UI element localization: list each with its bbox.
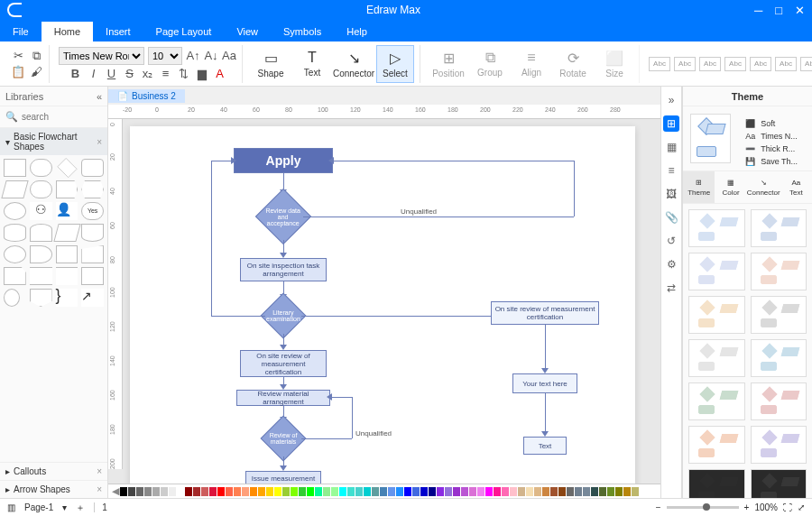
expand-icon[interactable]: » [663,92,679,108]
color-swatch[interactable] [136,487,143,496]
theme-thumb[interactable] [688,382,745,420]
subtab-text[interactable]: AaText [780,171,812,203]
color-swatch[interactable] [607,487,614,496]
color-swatch[interactable] [445,487,452,496]
color-swatch[interactable] [380,487,387,496]
node-review-material[interactable]: Review material arrangement [236,390,330,406]
color-swatch[interactable] [128,487,135,496]
node-onsite-task[interactable]: On site inspection task arrangement [240,258,327,281]
category-callouts[interactable]: ▸ Callouts× [0,462,107,480]
cut-icon[interactable]: ✂ [11,49,25,63]
color-swatch[interactable] [258,487,265,496]
color-swatch[interactable] [185,487,192,496]
fit-page-icon[interactable]: ⛶ [783,502,792,512]
canvas[interactable]: 020406080100120140160180200 Apply Review… [108,119,660,484]
color-swatch[interactable] [364,487,371,496]
shape-parallelogram[interactable] [1,180,28,198]
shape-rect[interactable] [4,159,26,177]
shape-cylinder[interactable] [4,224,26,242]
shrink-font-icon[interactable]: A↓ [204,49,218,63]
page[interactable]: Apply Review data and acceptance On site… [130,126,635,484]
shape-card2[interactable] [4,267,26,285]
color-swatch[interactable] [485,487,493,496]
layers-icon[interactable]: ≡ [663,162,679,179]
theme-opt-soft[interactable]: ⬛Soft [742,117,801,130]
color-swatch[interactable] [550,487,558,496]
style-chip[interactable]: Abc [699,57,721,71]
style-chip[interactable]: Abc [775,57,797,71]
page-dropdown-icon[interactable]: ▾ [62,502,67,512]
color-swatch[interactable] [226,487,233,496]
shape-step[interactable] [56,180,78,198]
theme-thumb[interactable] [688,426,745,464]
theme-thumb[interactable] [688,253,745,290]
color-swatch[interactable] [477,487,484,496]
theme-thumb[interactable] [751,426,807,464]
image-icon[interactable]: 🖼 [663,186,679,202]
font-color-icon[interactable]: A [213,67,227,81]
shape-arrow[interactable]: ↗ [81,289,104,307]
category-basic-flowchart[interactable]: ▾ Basic Flowchart Shapes× [0,128,107,155]
color-swatch[interactable] [355,487,363,496]
color-swatch[interactable] [412,487,420,496]
zoom-slider[interactable] [667,506,739,509]
group-tool[interactable]: ⧉Group [471,45,509,83]
format-painter-icon[interactable]: 🖌 [29,65,43,79]
color-swatch[interactable] [591,487,598,496]
node-onsite-review[interactable]: On site review of measurement certificat… [240,350,327,377]
color-swatch[interactable] [274,487,281,496]
tab-page-layout[interactable]: Page Layout [143,22,225,41]
color-swatch[interactable] [323,487,330,496]
shape-bracket[interactable] [56,267,78,285]
color-swatch[interactable] [615,487,623,496]
color-swatch[interactable] [632,487,639,496]
connector-tool[interactable]: ↘Connector [335,45,373,83]
color-swatch[interactable] [161,487,168,496]
highlight-icon[interactable]: ▆ [195,67,209,81]
grow-font-icon[interactable]: A↑ [186,49,200,63]
select-tool[interactable]: ▷Select [376,45,414,83]
color-swatch[interactable] [469,487,476,496]
history-icon[interactable]: ↺ [663,233,679,249]
shape-hex[interactable] [81,180,104,198]
copy-icon[interactable]: ⧉ [29,49,43,63]
shape-trapezoid[interactable] [53,224,80,242]
node-your-text[interactable]: Your text here [512,373,577,393]
tab-help[interactable]: Help [334,22,380,41]
zoom-in-icon[interactable]: + [744,502,750,512]
underline-icon[interactable]: U [105,67,119,81]
color-swatch[interactable] [404,487,411,496]
shape-ellipse[interactable] [4,202,26,220]
color-swatch[interactable] [372,487,379,496]
theme-thumb[interactable] [751,382,807,420]
shape-rounded[interactable] [30,159,52,177]
color-swatch[interactable] [266,487,273,496]
shape-manual[interactable] [81,245,104,263]
align-tool[interactable]: ≡Align [512,45,550,83]
page-name[interactable]: Page-1 [24,502,53,512]
bold-icon[interactable]: B [69,67,83,81]
theme-thumb[interactable] [751,296,807,334]
libraries-collapse-icon[interactable]: « [97,91,102,102]
shape-note[interactable] [81,267,104,285]
line-spacing-icon[interactable]: ⇅ [177,67,191,81]
color-swatch[interactable] [234,487,241,496]
color-swatch[interactable] [331,487,338,496]
tab-file[interactable]: File [0,22,42,41]
node-issue-cert[interactable]: Issue measurement certificate [245,471,321,484]
subscript-icon[interactable]: x₂ [141,67,155,81]
rotate-tool[interactable]: ⟳Rotate [554,45,592,83]
category-arrow-shapes[interactable]: ▸ Arrow Shapes× [0,480,107,498]
document-tab[interactable]: 📄Business 2 [108,89,185,103]
shape-display[interactable] [56,245,78,263]
color-swatch[interactable] [526,487,533,496]
page-indicator-icon[interactable]: ▥ [7,502,15,512]
shape-rect[interactable] [81,159,104,177]
color-swatch[interactable] [193,487,200,496]
add-page-icon[interactable]: ＋ [76,502,85,514]
shape-sum[interactable] [4,245,26,263]
color-swatch[interactable] [217,487,225,496]
color-swatch[interactable] [518,487,525,496]
shape-tool[interactable]: ▭Shape [252,45,290,83]
color-swatch[interactable] [510,487,517,496]
